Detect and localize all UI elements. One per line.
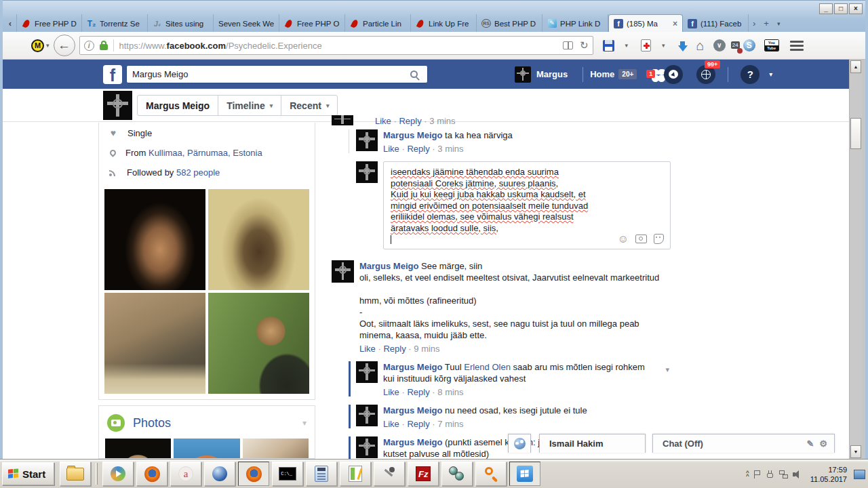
avatar[interactable] (356, 436, 378, 458)
mcafee-icon[interactable]: M (31, 39, 44, 52)
comment-author[interactable]: Margus Meigo (359, 261, 418, 271)
start-button[interactable]: Start (2, 462, 54, 485)
reply-link[interactable]: Reply (407, 387, 429, 397)
tab-facebook-active[interactable]: f (185) Ma × (608, 14, 683, 33)
reply-link[interactable]: Reply (407, 144, 429, 154)
page-info-icon[interactable]: i (84, 41, 94, 51)
comment-author[interactable]: Margus Meigo (383, 437, 442, 447)
recent-dropdown[interactable]: Recent▾ (281, 95, 338, 116)
camera-icon[interactable] (635, 235, 647, 243)
tab-close-icon[interactable]: × (673, 19, 677, 28)
nav-profile-link[interactable]: Margus (536, 69, 568, 79)
maximize-button[interactable]: □ (834, 3, 848, 14)
facebook-search-input[interactable]: Margus Meigo (126, 65, 428, 83)
url-text[interactable]: https://www.facebook.com/Psychedelic.Exp… (119, 41, 563, 51)
comment-time[interactable]: 3 mins (429, 116, 455, 126)
messenger-icon[interactable] (664, 65, 683, 84)
photo-portrait-dark[interactable] (104, 189, 205, 290)
text-editor-button[interactable] (340, 462, 371, 486)
tab-link-up[interactable]: Link Up Fre (411, 14, 477, 33)
volume-icon[interactable] (793, 470, 802, 479)
https-lock-icon[interactable] (100, 44, 108, 50)
new-message-icon[interactable]: ✎ (806, 439, 814, 449)
reader-mode-icon[interactable] (563, 41, 573, 49)
like-link[interactable]: Like (383, 387, 399, 397)
address-bar[interactable]: i https://www.facebook.com/Psychedelic.E… (79, 36, 593, 55)
avatar[interactable] (332, 115, 353, 125)
like-link[interactable]: Like (375, 116, 391, 126)
skype-icon[interactable]: S (743, 39, 755, 52)
hide-icons-chevron-icon[interactable]: ^^ (746, 471, 749, 478)
avatar[interactable] (332, 260, 354, 283)
tab-facebook-2[interactable]: f (111) Faceb (683, 14, 749, 33)
timeline-dropdown[interactable]: Timeline▾ (218, 95, 281, 116)
taskbar-clock[interactable]: 17:59 11.05.2017 (810, 465, 847, 484)
comment-author[interactable]: Margus Meigo (383, 405, 442, 415)
comment-time[interactable]: 8 mins (437, 387, 463, 397)
tab-free-php-d[interactable]: Free PHP D (16, 14, 82, 33)
home-icon[interactable]: ⌂ (696, 39, 705, 52)
emoji-icon[interactable]: ☺ (618, 234, 629, 245)
reply-link[interactable]: Reply (399, 116, 421, 126)
facebook-logo[interactable]: f (103, 65, 122, 84)
seamonkey-button[interactable] (204, 462, 235, 486)
firefox-button[interactable] (136, 462, 167, 486)
reply-link[interactable]: Reply (407, 419, 429, 429)
avatar[interactable] (356, 361, 378, 383)
photo-thumbnail[interactable] (105, 439, 171, 459)
account-menu-caret-icon[interactable]: ▾ (769, 70, 772, 78)
scrollbar-thumb[interactable] (850, 118, 861, 149)
comment-time[interactable]: 7 mins (437, 419, 463, 429)
like-link[interactable]: Like (383, 419, 399, 429)
action-center-flag-icon[interactable] (754, 470, 762, 479)
reply-link[interactable]: Reply (383, 344, 406, 354)
comment-time[interactable]: 9 mins (414, 344, 439, 354)
avatar[interactable] (356, 405, 378, 426)
chat-conversation-tab[interactable]: Ismail Hakim (539, 434, 646, 453)
comment-author[interactable]: Margus Meigo (383, 130, 442, 140)
menu-hamburger-icon[interactable] (790, 41, 804, 51)
tab-best-php[interactable]: RS Best PHP D (477, 14, 542, 33)
photo-thumbnail[interactable] (174, 439, 239, 459)
comment-author[interactable]: Margus Meigo (383, 362, 442, 372)
save-page-icon[interactable] (603, 40, 614, 52)
photo-grass-smile[interactable] (208, 293, 309, 394)
new-tab-button[interactable]: + (760, 18, 773, 28)
firefox-active-button[interactable] (238, 462, 269, 486)
back-button[interactable]: ← (54, 35, 75, 56)
notifications-icon[interactable]: 99+ (696, 65, 715, 84)
tab-particle-links[interactable]: Particle Lin (345, 14, 411, 33)
search-app-button[interactable] (475, 462, 507, 486)
chat-bar[interactable]: Chat (Off) ✎ ⚙ (652, 434, 835, 453)
comment-time[interactable]: 3 mins (437, 144, 463, 154)
photo-sepia-wall[interactable] (208, 189, 309, 290)
list-tabs-icon[interactable]: ▾ (773, 20, 785, 27)
hometown-link[interactable]: Kullimaa, Pärnumaa, Estonia (149, 148, 262, 158)
comment-options-icon[interactable]: ▾ (665, 364, 669, 375)
scroll-down-icon[interactable]: ▼ (850, 445, 861, 458)
photo-desk-papers[interactable] (104, 293, 205, 394)
pocket-icon[interactable]: ∨ (713, 39, 726, 52)
photos-section-title[interactable]: Photos (133, 416, 294, 430)
avatar[interactable] (515, 66, 531, 83)
reload-icon[interactable]: ↻ (580, 39, 589, 52)
chevron-down-icon[interactable]: ▾ (302, 418, 307, 428)
help-icon[interactable]: ? (741, 65, 760, 84)
windows-update-button[interactable] (509, 462, 540, 486)
avatar[interactable] (356, 129, 378, 151)
profile-name-button[interactable]: Margus Meigo (137, 95, 218, 116)
tab-php-link-d[interactable]: ✎ PHP Link D (542, 14, 608, 33)
like-link[interactable]: Like (383, 144, 399, 154)
media-player-button[interactable] (102, 462, 134, 486)
tab-scroll-right-icon[interactable]: › (749, 18, 760, 28)
show-desktop-button[interactable] (854, 470, 865, 479)
network-icon[interactable] (779, 470, 788, 479)
explorer-window-button[interactable] (60, 462, 91, 486)
addon-caret-icon[interactable]: ▾ (662, 42, 665, 49)
tab-scroll-left-icon[interactable]: ‹ (4, 14, 16, 33)
save-caret-icon[interactable]: ▾ (625, 42, 629, 49)
like-link[interactable]: Like (359, 344, 376, 354)
calculator-button[interactable] (306, 462, 337, 486)
webcam-app-button[interactable] (441, 462, 473, 486)
nav-home-link[interactable]: Home (590, 69, 614, 79)
